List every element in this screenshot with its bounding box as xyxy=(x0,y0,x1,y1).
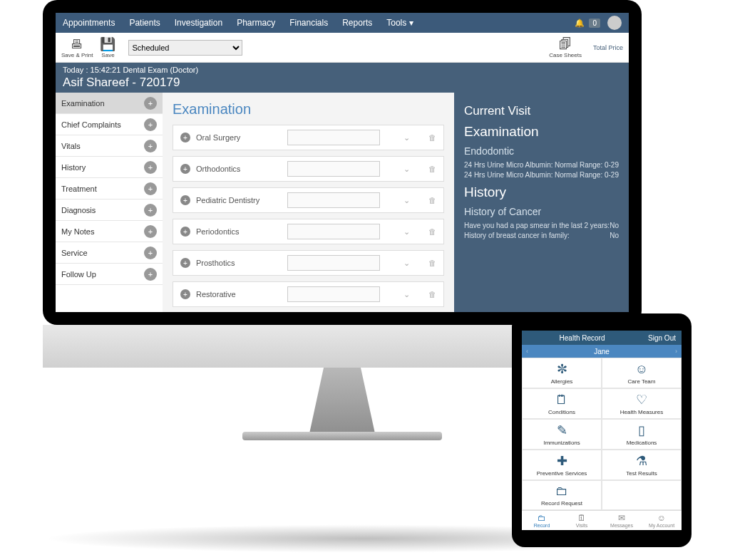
next-patient-icon[interactable]: › xyxy=(675,348,677,355)
test-results-icon: ⚗ xyxy=(636,453,647,469)
exam-input[interactable] xyxy=(287,286,380,302)
exam-input[interactable] xyxy=(287,224,380,239)
nav-investigation[interactable]: Investigation xyxy=(168,13,230,33)
nav-pharmacy[interactable]: Pharmacy xyxy=(230,13,282,33)
case-sheets-icon: 🗐 xyxy=(549,37,582,52)
trash-icon[interactable]: 🗑 xyxy=(428,227,436,236)
exam-row-periodontics: +Periodontics⌄🗑 xyxy=(173,219,444,244)
my account-icon: ☺ xyxy=(657,513,666,523)
toolbar: 🖶Save & Print 💾Save Scheduled 🗐Case Shee… xyxy=(56,33,629,63)
exam-input[interactable] xyxy=(287,161,380,177)
save-icon: 💾 xyxy=(100,36,115,52)
save-print-button[interactable]: 🖶Save & Print xyxy=(61,37,93,58)
plus-icon[interactable]: + xyxy=(180,227,190,237)
trash-icon[interactable]: 🗑 xyxy=(428,133,436,142)
chevron-down-icon[interactable]: ⌄ xyxy=(403,227,410,237)
plus-icon[interactable]: + xyxy=(180,258,190,268)
sidebar-item-chief-complaints[interactable]: Chief Complaints+ xyxy=(56,114,163,135)
section-sidebar: Examination+Chief Complaints+Vitals+Hist… xyxy=(56,93,163,312)
total-price-label: Total Price xyxy=(593,44,623,51)
footer-record[interactable]: 🗀Record xyxy=(522,511,562,530)
footer-visits[interactable]: 🗓Visits xyxy=(562,511,602,530)
save-button[interactable]: 💾Save xyxy=(100,36,115,58)
tile-medications[interactable]: ▯Medications xyxy=(602,419,682,450)
trash-icon[interactable]: 🗑 xyxy=(428,165,436,173)
sidebar-item-my-notes[interactable]: My Notes+ xyxy=(56,221,163,242)
exam-input[interactable] xyxy=(287,130,380,145)
tile-record-request[interactable]: 🗀Record Request xyxy=(522,480,602,510)
sidebar-item-history[interactable]: History+ xyxy=(56,157,163,178)
patient-context-bar: Today : 15:42:21 Dental Exam (Doctor) As… xyxy=(56,63,629,93)
tile-care-team[interactable]: ☺Care Team xyxy=(602,358,682,388)
notification-count: 0 xyxy=(589,19,600,28)
plus-icon[interactable]: + xyxy=(144,204,157,217)
prev-patient-icon[interactable]: ‹ xyxy=(526,348,528,355)
plus-icon[interactable]: + xyxy=(144,225,157,238)
tile-test-results[interactable]: ⚗Test Results xyxy=(602,450,682,480)
history-heading: History xyxy=(464,185,619,200)
sidebar-item-follow-up[interactable]: Follow Up+ xyxy=(56,264,163,285)
chevron-down-icon[interactable]: ⌄ xyxy=(403,259,410,268)
trash-icon[interactable]: 🗑 xyxy=(428,259,436,267)
status-select[interactable]: Scheduled xyxy=(128,40,242,56)
nav-appointments[interactable]: Appointments xyxy=(56,13,122,33)
tile-conditions[interactable]: 🗒Conditions xyxy=(522,388,602,419)
plus-icon[interactable]: + xyxy=(180,164,190,174)
current-visit-heading: Current Visit xyxy=(464,104,619,118)
cancer-history-heading: History of Cancer xyxy=(464,206,619,217)
preventive-services-icon: ✚ xyxy=(557,453,567,469)
plus-icon[interactable]: + xyxy=(144,161,157,174)
nav-patients[interactable]: Patients xyxy=(122,13,167,33)
info-row: Have you had a pap smear in the last 2 y… xyxy=(464,222,619,229)
bell-icon[interactable]: 🔔 xyxy=(570,19,589,28)
tile-health-measures[interactable]: ♡Health Measures xyxy=(602,388,682,419)
tile-allergies[interactable]: ✼Allergies xyxy=(522,358,602,388)
exam-label: Orthodontics xyxy=(196,165,282,173)
plus-icon[interactable]: + xyxy=(144,97,157,110)
sign-out-link[interactable]: Sign Out xyxy=(642,334,682,342)
sidebar-item-diagnosis[interactable]: Diagnosis+ xyxy=(56,199,163,221)
nav-tools[interactable]: Tools ▾ xyxy=(379,13,420,33)
chevron-down-icon[interactable]: ⌄ xyxy=(403,165,410,174)
exam-label: Restorative xyxy=(196,290,282,299)
exam-input[interactable] xyxy=(287,255,380,271)
nav-financials[interactable]: Financials xyxy=(282,13,335,33)
exam-label: Periodontics xyxy=(196,227,282,236)
user-avatar[interactable] xyxy=(607,16,622,30)
visits-icon: 🗓 xyxy=(577,513,586,523)
sidebar-item-vitals[interactable]: Vitals+ xyxy=(56,135,163,157)
exam-row-oral-surgery: +Oral Surgery⌄🗑 xyxy=(173,125,444,150)
tablet-title: Health Record xyxy=(522,334,642,342)
case-sheets-button[interactable]: 🗐Case Sheets xyxy=(549,37,582,58)
exam-row-restorative: +Restorative⌄🗑 xyxy=(173,281,444,307)
footer-messages[interactable]: ✉Messages xyxy=(602,511,642,530)
tablet-footer-nav: 🗀Record🗓Visits✉Messages☺My Account xyxy=(522,510,682,530)
medications-icon: ▯ xyxy=(638,422,645,438)
chevron-down-icon[interactable]: ⌄ xyxy=(403,290,410,299)
patient-name-id: Asif Shareef - 720179 xyxy=(63,74,622,90)
plus-icon[interactable]: + xyxy=(144,118,157,131)
chevron-down-icon[interactable]: ⌄ xyxy=(403,133,410,142)
plus-icon[interactable]: + xyxy=(144,247,157,259)
sidebar-item-treatment[interactable]: Treatment+ xyxy=(56,178,163,199)
footer-my-account[interactable]: ☺My Account xyxy=(642,511,682,530)
exam-input[interactable] xyxy=(287,192,380,208)
sidebar-item-examination[interactable]: Examination+ xyxy=(56,93,163,114)
tile-immunizations[interactable]: ✎Immunizations xyxy=(522,419,602,450)
exam-row-prosthotics: +Prosthotics⌄🗑 xyxy=(173,250,444,276)
plus-icon[interactable]: + xyxy=(180,133,190,142)
trash-icon[interactable]: 🗑 xyxy=(428,196,436,204)
plus-icon[interactable]: + xyxy=(144,182,157,195)
info-row: 24 Hrs Urine Micro Albumin:Normal Range:… xyxy=(464,161,619,169)
nav-reports[interactable]: Reports xyxy=(335,13,379,33)
tablet-device: Health Record Sign Out ‹ Jane › ✼Allergi… xyxy=(512,313,692,547)
sidebar-item-service[interactable]: Service+ xyxy=(56,242,163,264)
plus-icon[interactable]: + xyxy=(180,289,190,299)
plus-icon[interactable]: + xyxy=(144,140,157,152)
trash-icon[interactable]: 🗑 xyxy=(428,290,436,299)
tile-preventive-services[interactable]: ✚Preventive Services xyxy=(522,450,602,480)
chevron-down-icon[interactable]: ⌄ xyxy=(403,196,410,205)
immunizations-icon: ✎ xyxy=(557,422,567,438)
plus-icon[interactable]: + xyxy=(144,268,157,281)
plus-icon[interactable]: + xyxy=(180,195,190,205)
